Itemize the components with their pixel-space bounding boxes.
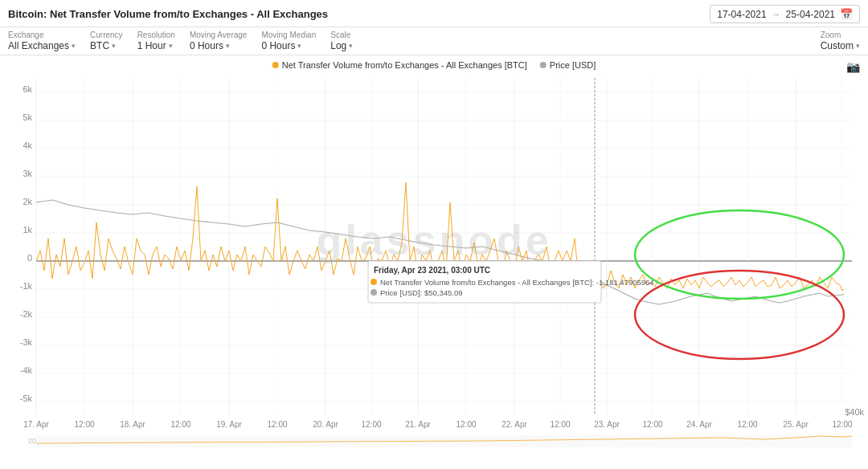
calendar-icon: 📅 [840, 8, 853, 20]
chevron-down-icon: ▾ [856, 42, 860, 50]
scale-control: Scale Log ▾ [330, 31, 353, 51]
moving-median-control: Moving Median 0 Hours ▾ [261, 31, 316, 51]
svg-text:2k: 2k [23, 197, 32, 206]
svg-text:24. Apr: 24. Apr [686, 420, 712, 429]
svg-point-77 [371, 289, 377, 296]
legend-item-volume: Net Transfer Volume from/to Exchanges - … [272, 60, 527, 70]
svg-point-71 [635, 271, 844, 359]
svg-text:-5k: -5k [20, 394, 33, 403]
svg-text:12:00: 12:00 [642, 420, 662, 429]
date-arrow: → [772, 9, 781, 20]
svg-text:12:00: 12:00 [361, 420, 381, 429]
legend-item-price: Price [USD] [540, 60, 596, 70]
scale-dropdown[interactable]: Log ▾ [330, 40, 353, 51]
chevron-down-icon: ▾ [226, 42, 230, 50]
svg-text:21. Apr: 21. Apr [405, 420, 431, 429]
svg-text:$40k: $40k [845, 407, 864, 417]
svg-text:12:00: 12:00 [550, 420, 570, 429]
svg-text:1k: 1k [23, 225, 32, 234]
resolution-control: Resolution 1 Hour ▾ [137, 31, 175, 51]
currency-label: Currency [90, 31, 123, 39]
chart-area: Net Transfer Volume from/to Exchanges - … [0, 55, 868, 449]
date-end: 25-04-2021 [786, 9, 835, 20]
exchange-control: Exchange All Exchanges ▾ [8, 31, 76, 51]
zoom-label: Zoom [821, 31, 860, 39]
svg-text:4k: 4k [23, 141, 32, 150]
currency-dropdown[interactable]: BTC ▾ [90, 40, 123, 51]
chevron-down-icon: ▾ [349, 42, 353, 50]
svg-text:20. Apr: 20. Apr [313, 420, 338, 429]
moving-average-dropdown[interactable]: 0 Hours ▾ [190, 40, 248, 51]
svg-text:-3k: -3k [20, 337, 33, 347]
chart-title: Bitcoin: Net Transfer Volume from/to Exc… [8, 8, 328, 20]
scale-label: Scale [330, 31, 353, 39]
resolution-dropdown[interactable]: 1 Hour ▾ [137, 40, 175, 51]
svg-text:glassnode: glassnode [316, 217, 551, 263]
moving-median-dropdown[interactable]: 0 Hours ▾ [261, 40, 316, 51]
chevron-down-icon: ▾ [297, 42, 301, 50]
exchange-label: Exchange [8, 31, 76, 39]
chart-svg: 6k 5k 4k 3k 2k 1k 0 -1k -2k -3k -4k -5k … [0, 78, 868, 449]
svg-text:12:00: 12:00 [456, 420, 476, 429]
resolution-label: Resolution [137, 31, 175, 39]
svg-text:17. Apr: 17. Apr [23, 420, 49, 429]
camera-icon[interactable]: 📷 [846, 60, 860, 73]
svg-text:25. Apr: 25. Apr [783, 420, 809, 429]
svg-text:-1k: -1k [20, 281, 33, 291]
chevron-down-icon: ▾ [112, 42, 116, 50]
svg-text:3k: 3k [23, 169, 32, 178]
svg-text:12:00: 12:00 [267, 420, 287, 429]
chevron-down-icon: ▾ [169, 42, 173, 50]
svg-text:22. Apr: 22. Apr [502, 420, 527, 429]
date-range-picker[interactable]: 17-04-2021 → 25-04-2021 📅 [710, 5, 860, 23]
svg-text:6k: 6k [23, 84, 32, 94]
moving-average-label: Moving Average [190, 31, 248, 39]
svg-text:12:00: 12:00 [170, 420, 190, 429]
chart-header: Bitcoin: Net Transfer Volume from/to Exc… [0, 0, 868, 27]
svg-text:12:00: 12:00 [74, 420, 94, 429]
exchange-dropdown[interactable]: All Exchanges ▾ [8, 40, 76, 51]
svg-text:23. Apr: 23. Apr [594, 420, 620, 429]
svg-text:0: 0 [27, 253, 32, 263]
chart-controls: Exchange All Exchanges ▾ Currency BTC ▾ … [0, 27, 868, 55]
svg-text:Net Transfer Volume from/to Ex: Net Transfer Volume from/to Exchanges - … [380, 278, 654, 287]
legend-dot-price [540, 62, 547, 68]
chevron-down-icon: ▾ [72, 42, 76, 50]
svg-text:18. Apr: 18. Apr [120, 420, 145, 429]
zoom-control: Zoom Custom ▾ [821, 31, 860, 51]
svg-point-75 [371, 279, 377, 285]
svg-text:-2k: -2k [20, 309, 33, 319]
legend-dot-volume [272, 62, 279, 68]
legend-label-volume: Net Transfer Volume from/to Exchanges - … [282, 60, 527, 70]
svg-text:19. Apr: 19. Apr [216, 420, 242, 429]
svg-text:-4k: -4k [20, 365, 33, 375]
currency-control: Currency BTC ▾ [90, 31, 123, 51]
svg-point-70 [635, 210, 844, 299]
legend-label-price: Price [USD] [550, 60, 596, 70]
svg-text:12:00: 12:00 [832, 420, 852, 429]
svg-text:Price [USD]: $50,345.09: Price [USD]: $50,345.09 [380, 288, 462, 297]
date-start: 17-04-2021 [717, 9, 766, 20]
moving-median-label: Moving Median [261, 31, 316, 39]
moving-average-control: Moving Average 0 Hours ▾ [190, 31, 248, 51]
zoom-dropdown[interactable]: Custom ▾ [821, 40, 860, 51]
chart-legend: Net Transfer Volume from/to Exchanges - … [272, 60, 596, 70]
svg-text:5k: 5k [23, 112, 32, 122]
svg-text:12:00: 12:00 [737, 420, 757, 429]
svg-text:Friday, Apr 23 2021, 03:00 UTC: Friday, Apr 23 2021, 03:00 UTC [374, 266, 490, 275]
